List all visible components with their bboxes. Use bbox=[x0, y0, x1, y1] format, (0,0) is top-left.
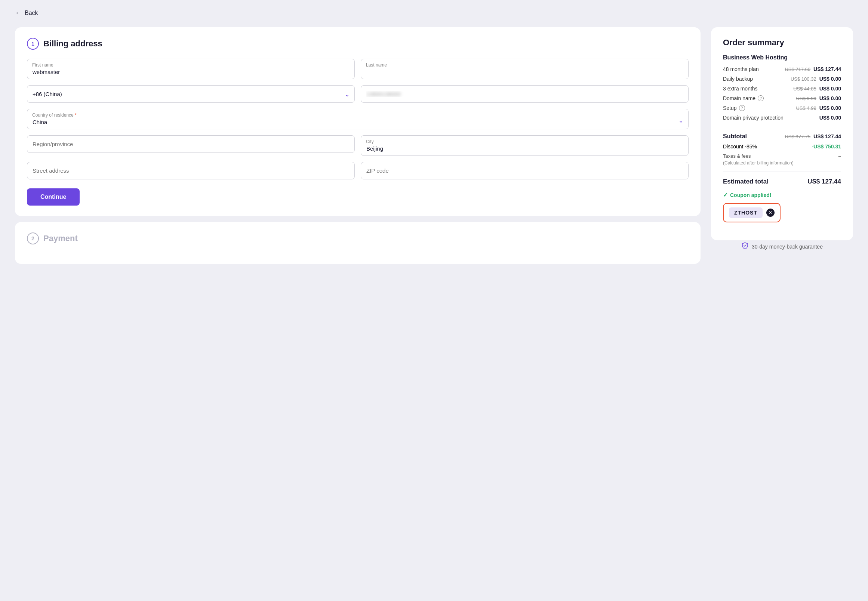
name-row: First name Last name bbox=[27, 59, 689, 79]
order-line-prices-4: US$ 4.99 US$ 0.00 bbox=[796, 105, 841, 111]
order-line-label-4: Setup ? bbox=[723, 105, 745, 111]
old-price-4: US$ 4.99 bbox=[796, 105, 816, 111]
money-back-label: 30-day money-back guarantee bbox=[752, 244, 823, 250]
order-line-4: Setup ? US$ 4.99 US$ 0.00 bbox=[723, 105, 841, 111]
old-price-1: US$ 100.32 bbox=[791, 76, 816, 82]
region-group bbox=[27, 135, 355, 156]
order-line-prices-1: US$ 100.32 US$ 0.00 bbox=[791, 76, 841, 82]
country-wrapper: Country of residence * China USA UK ⌄ bbox=[27, 109, 689, 129]
new-price-4: US$ 0.00 bbox=[819, 105, 841, 111]
step-1-number: 1 bbox=[27, 38, 39, 50]
old-price-3: US$ 9.99 bbox=[796, 96, 816, 101]
first-name-input[interactable] bbox=[27, 59, 355, 79]
discount-line: Discount -85% -US$ 750.31 bbox=[723, 143, 841, 149]
order-line-prices-0: US$ 717.60 US$ 127.44 bbox=[785, 66, 841, 72]
street-group bbox=[27, 162, 355, 179]
first-name-group: First name bbox=[27, 59, 355, 79]
domain-info-icon[interactable]: ? bbox=[758, 95, 764, 101]
taxes-note: (Calculated after billing information) bbox=[723, 160, 841, 166]
coupon-check-icon: ✓ bbox=[723, 191, 728, 198]
country-select[interactable]: China USA UK bbox=[27, 109, 689, 129]
coupon-applied-label: Coupon applied! bbox=[730, 192, 771, 198]
order-line-label-5: Domain privacy protection bbox=[723, 115, 784, 121]
order-line-3: Domain name ? US$ 9.99 US$ 0.00 bbox=[723, 95, 841, 101]
zip-group bbox=[361, 162, 689, 179]
phone-row: +86 (China) +1 (USA) +44 (UK) ⌄ bbox=[27, 85, 689, 103]
estimated-total-line: Estimated total US$ 127.44 bbox=[723, 178, 841, 185]
back-button[interactable]: ← Back bbox=[15, 9, 853, 17]
address-row bbox=[27, 162, 689, 179]
taxes-dash: – bbox=[839, 153, 841, 159]
order-line-1: Daily backup US$ 100.32 US$ 0.00 bbox=[723, 76, 841, 82]
new-price-5: US$ 0.00 bbox=[819, 115, 841, 121]
subtotal-prices: US$ 877.75 US$ 127.44 bbox=[785, 133, 841, 139]
subtotal-line: Subtotal US$ 877.75 US$ 127.44 bbox=[723, 133, 841, 140]
coupon-code: ZTHOST bbox=[729, 207, 763, 218]
taxes-line: Taxes & fees – bbox=[723, 153, 841, 159]
phone-country-wrapper: +86 (China) +1 (USA) +44 (UK) ⌄ bbox=[27, 85, 355, 103]
order-line-label-0: 48 months plan bbox=[723, 66, 759, 72]
order-summary-title: Order summary bbox=[723, 38, 841, 47]
discount-value: -US$ 750.31 bbox=[812, 143, 841, 149]
phone-country-select[interactable]: +86 (China) +1 (USA) +44 (UK) bbox=[27, 85, 355, 103]
street-input[interactable] bbox=[27, 162, 355, 179]
order-line-2: 3 extra months US$ 44.85 US$ 0.00 bbox=[723, 85, 841, 92]
payment-card: 2 Payment bbox=[15, 222, 700, 264]
divider-1 bbox=[723, 127, 841, 127]
phone-input[interactable] bbox=[361, 85, 689, 103]
step-2-number: 2 bbox=[27, 232, 39, 244]
region-input[interactable] bbox=[27, 135, 355, 153]
city-input[interactable] bbox=[361, 135, 689, 156]
order-line-label-1: Daily backup bbox=[723, 76, 753, 82]
estimated-label: Estimated total bbox=[723, 178, 769, 185]
subtotal-new: US$ 127.44 bbox=[813, 133, 841, 139]
order-line-prices-2: US$ 44.85 US$ 0.00 bbox=[793, 85, 841, 92]
new-price-0: US$ 127.44 bbox=[813, 66, 841, 72]
order-summary-card: Order summary Business Web Hosting 48 mo… bbox=[711, 27, 853, 240]
old-price-2: US$ 44.85 bbox=[793, 86, 816, 92]
coupon-applied: ✓ Coupon applied! bbox=[723, 191, 841, 198]
left-panel: 1 Billing address First name Last name bbox=[15, 27, 700, 264]
product-name: Business Web Hosting bbox=[723, 54, 841, 61]
region-city-row: City bbox=[27, 135, 689, 156]
estimated-value: US$ 127.44 bbox=[807, 178, 841, 185]
main-layout: 1 Billing address First name Last name bbox=[15, 27, 853, 264]
back-label: Back bbox=[25, 10, 38, 17]
new-price-2: US$ 0.00 bbox=[819, 85, 841, 92]
coupon-remove-button[interactable]: ✕ bbox=[766, 209, 775, 217]
payment-title: Payment bbox=[43, 233, 78, 243]
order-summary-panel: Order summary Business Web Hosting 48 mo… bbox=[711, 27, 853, 251]
setup-info-icon[interactable]: ? bbox=[739, 105, 745, 111]
phone-input-wrapper bbox=[361, 85, 689, 103]
order-line-label-3: Domain name ? bbox=[723, 95, 764, 101]
money-back-guarantee: 30-day money-back guarantee bbox=[711, 242, 853, 251]
last-name-group: Last name bbox=[361, 59, 689, 79]
discount-label: Discount -85% bbox=[723, 143, 757, 149]
subtotal-old: US$ 877.75 bbox=[785, 134, 810, 139]
last-name-input[interactable] bbox=[361, 59, 689, 79]
billing-address-card: 1 Billing address First name Last name bbox=[15, 27, 700, 216]
billing-title: Billing address bbox=[43, 39, 102, 49]
order-line-0: 48 months plan US$ 717.60 US$ 127.44 bbox=[723, 66, 841, 72]
taxes-label: Taxes & fees bbox=[723, 153, 751, 159]
back-arrow-icon: ← bbox=[15, 9, 22, 17]
shield-icon bbox=[741, 242, 749, 251]
divider-2 bbox=[723, 172, 841, 172]
billing-section-header: 1 Billing address bbox=[27, 38, 689, 50]
order-line-label-2: 3 extra months bbox=[723, 85, 758, 92]
order-line-prices-5: US$ 0.00 bbox=[819, 115, 841, 121]
order-line-5: Domain privacy protection US$ 0.00 bbox=[723, 115, 841, 121]
zip-input[interactable] bbox=[361, 162, 689, 179]
payment-section-header: 2 Payment bbox=[27, 232, 689, 244]
old-price-0: US$ 717.60 bbox=[785, 67, 810, 72]
city-group: City bbox=[361, 135, 689, 156]
continue-button[interactable]: Continue bbox=[27, 188, 79, 206]
subtotal-label: Subtotal bbox=[723, 133, 747, 140]
new-price-1: US$ 0.00 bbox=[819, 76, 841, 82]
coupon-box: ZTHOST ✕ bbox=[723, 203, 781, 223]
order-line-prices-3: US$ 9.99 US$ 0.00 bbox=[796, 95, 841, 101]
new-price-3: US$ 0.00 bbox=[819, 95, 841, 101]
